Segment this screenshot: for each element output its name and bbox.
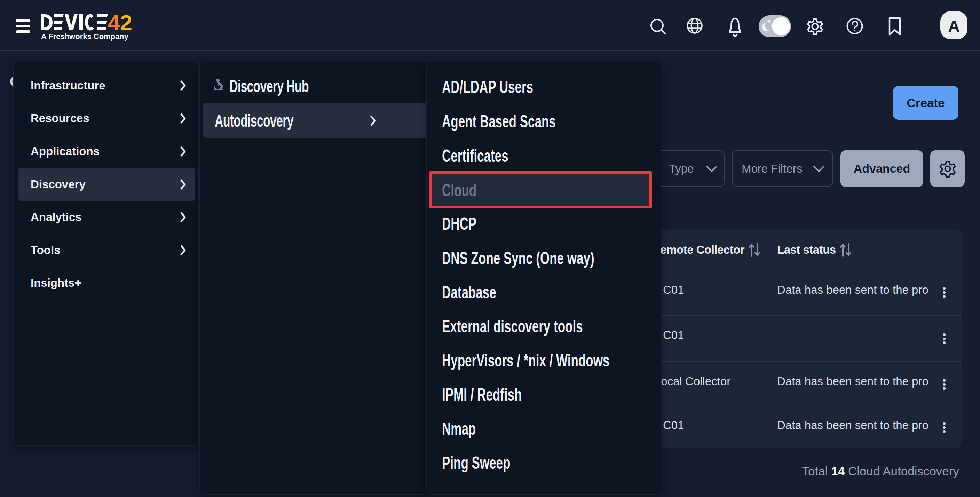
svg-text:A: A: [948, 17, 959, 35]
svg-text:2: 2: [120, 14, 132, 30]
svg-text:4: 4: [108, 14, 120, 30]
